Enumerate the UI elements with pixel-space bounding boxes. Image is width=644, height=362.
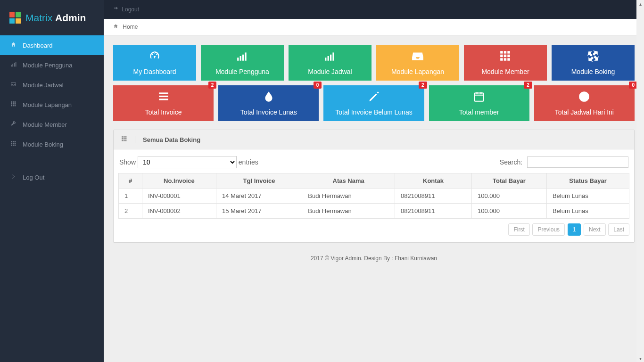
table-cell: 2 bbox=[119, 204, 142, 219]
scrollbar[interactable]: ▴ ▾ bbox=[636, 0, 644, 362]
svg-rect-2 bbox=[14, 63, 15, 66]
column-header[interactable]: Total Bayar bbox=[472, 173, 547, 189]
scroll-down-icon[interactable]: ▾ bbox=[636, 354, 644, 362]
column-header[interactable]: Status Bayar bbox=[546, 173, 629, 189]
tile-label: Total Jadwal Hari Ini bbox=[555, 108, 614, 116]
svg-rect-16 bbox=[14, 141, 16, 142]
sidebar-item-label: Log Out bbox=[23, 174, 44, 181]
svg-rect-39 bbox=[507, 58, 510, 60]
search-input[interactable] bbox=[527, 156, 628, 168]
tile-badge: 2 bbox=[524, 82, 532, 89]
tile-module-boking[interactable]: Module Boking bbox=[552, 45, 635, 81]
sidebar-item-jadwal[interactable]: Module Jadwal bbox=[0, 75, 104, 95]
svg-rect-38 bbox=[504, 58, 506, 60]
table-cell: 0821008911 bbox=[395, 204, 472, 219]
tile-total-member[interactable]: Total member2 bbox=[429, 85, 529, 121]
home-icon bbox=[9, 41, 17, 49]
svg-rect-47 bbox=[122, 136, 123, 138]
svg-rect-45 bbox=[584, 96, 585, 99]
table-row: 1INV-00000114 Maret 2017Budi Hermawan082… bbox=[119, 189, 629, 204]
share-icon bbox=[9, 173, 17, 181]
topbar-logout-label: Logout bbox=[122, 6, 139, 13]
svg-rect-55 bbox=[125, 140, 127, 141]
tiles-row-1: My DashboardModule PenggunaModule Jadwal… bbox=[113, 45, 635, 81]
svg-rect-40 bbox=[159, 92, 168, 94]
breadcrumb: Home bbox=[104, 19, 644, 35]
tile-module-member[interactable]: Module Member bbox=[464, 45, 547, 81]
svg-rect-51 bbox=[124, 138, 125, 140]
grid-icon bbox=[9, 101, 17, 108]
wrench-icon bbox=[9, 121, 17, 128]
table-cell: Belum Lunas bbox=[546, 204, 629, 219]
pencil-icon bbox=[368, 90, 380, 106]
svg-rect-30 bbox=[332, 52, 334, 60]
column-header[interactable]: Kontak bbox=[395, 173, 472, 189]
sidebar-item-label: Module Jadwal bbox=[23, 82, 64, 89]
footer-text: 2017 © Vigor Admin. Design By : Fhani Ku… bbox=[113, 243, 635, 274]
table-cell: 14 Maret 2017 bbox=[216, 189, 302, 204]
svg-rect-50 bbox=[122, 138, 123, 140]
brand: Matrix Admin bbox=[0, 0, 104, 35]
tile-total-invoice-lunas[interactable]: Total Invoice Lunas0 bbox=[218, 85, 319, 121]
tile-module-pengguna[interactable]: Module Pengguna bbox=[201, 45, 284, 81]
svg-rect-12 bbox=[12, 105, 14, 107]
fullscreen-icon bbox=[587, 50, 599, 65]
svg-rect-25 bbox=[242, 55, 244, 61]
tile-module-lapangan[interactable]: Module Lapangan bbox=[376, 45, 459, 81]
svg-rect-53 bbox=[122, 140, 123, 141]
column-header[interactable]: # bbox=[119, 173, 142, 189]
tile-label: Total Invoice Lunas bbox=[240, 108, 297, 116]
tile-label: Module Lapangan bbox=[391, 68, 444, 75]
sidebar-item-boking[interactable]: Module Boking bbox=[0, 134, 104, 154]
sidebar-item-member[interactable]: Module Member bbox=[0, 115, 104, 134]
panel-title: Semua Data Boking bbox=[143, 136, 200, 143]
paginate-next[interactable]: Next bbox=[584, 223, 606, 236]
svg-rect-31 bbox=[500, 51, 503, 53]
svg-rect-49 bbox=[125, 136, 127, 138]
svg-rect-35 bbox=[504, 55, 506, 57]
length-select[interactable]: 10 bbox=[138, 156, 237, 168]
sidebar-item-label: Module Boking bbox=[23, 141, 63, 148]
svg-rect-22 bbox=[14, 145, 16, 146]
column-header[interactable]: Tgl Invoice bbox=[216, 173, 302, 189]
sidebar-item-lapangan[interactable]: Module Lapangan bbox=[0, 95, 104, 115]
svg-rect-0 bbox=[11, 65, 12, 67]
share-icon bbox=[113, 6, 120, 13]
svg-rect-26 bbox=[245, 52, 246, 60]
tile-total-jadwal-hari-ini[interactable]: Total Jadwal Hari Ini0 bbox=[534, 85, 635, 121]
tile-my-dashboard[interactable]: My Dashboard bbox=[113, 45, 196, 81]
sidebar-item-logout[interactable]: Log Out bbox=[0, 167, 104, 187]
svg-rect-48 bbox=[124, 136, 125, 138]
dashboard-icon bbox=[149, 50, 161, 65]
tile-module-jadwal[interactable]: Module Jadwal bbox=[289, 45, 372, 81]
sidebar-item-pengguna[interactable]: Module Pengguna bbox=[0, 55, 104, 75]
svg-rect-9 bbox=[12, 103, 14, 105]
pagination: First Previous 1 Next Last bbox=[118, 219, 629, 236]
sidebar-item-label: Module Member bbox=[23, 121, 67, 128]
signal-icon bbox=[236, 50, 248, 65]
svg-rect-32 bbox=[504, 51, 506, 53]
tile-total-invoice-belum-lunas[interactable]: Total Invoice Belum Lunas2 bbox=[323, 85, 424, 121]
table-cell: 15 Maret 2017 bbox=[216, 204, 302, 219]
column-header[interactable]: No.Invoice bbox=[142, 173, 216, 189]
svg-rect-7 bbox=[14, 101, 16, 103]
breadcrumb-home[interactable]: Home bbox=[123, 24, 138, 30]
paginate-page-1[interactable]: 1 bbox=[568, 223, 581, 236]
sidebar-divider bbox=[0, 154, 104, 167]
svg-rect-36 bbox=[507, 55, 510, 57]
topbar-logout-link[interactable]: Logout bbox=[108, 1, 144, 17]
paginate-previous[interactable]: Previous bbox=[532, 223, 565, 236]
column-header[interactable]: Atas Nama bbox=[302, 173, 395, 189]
paginate-last[interactable]: Last bbox=[608, 223, 629, 236]
grid-icon bbox=[499, 50, 512, 65]
search-label: Search: bbox=[500, 158, 522, 166]
svg-rect-10 bbox=[14, 103, 16, 105]
length-label-post: entries bbox=[239, 158, 258, 166]
brand-text: Matrix Admin bbox=[25, 12, 86, 24]
svg-rect-42 bbox=[159, 99, 168, 100]
paginate-first[interactable]: First bbox=[508, 223, 529, 236]
scroll-up-icon[interactable]: ▴ bbox=[636, 0, 644, 8]
sidebar-item-dashboard[interactable]: Dashboard bbox=[0, 35, 104, 55]
svg-rect-23 bbox=[237, 58, 239, 61]
tile-total-invoice[interactable]: Total Invoice2 bbox=[113, 85, 214, 121]
